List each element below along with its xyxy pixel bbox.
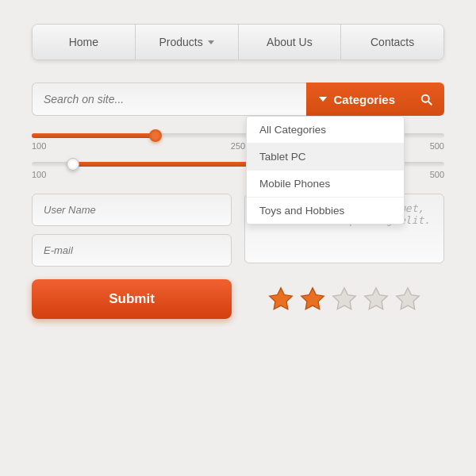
slider-1-mid: 250 xyxy=(231,141,245,151)
dropdown-item-toys[interactable]: Toys and Hobbies xyxy=(247,198,404,224)
svg-marker-0 xyxy=(270,288,292,309)
slider-1-fill xyxy=(32,133,155,138)
star-2[interactable] xyxy=(299,286,326,313)
nav-about[interactable]: About Us xyxy=(239,25,342,60)
categories-button[interactable]: Categories xyxy=(306,83,408,116)
products-chevron-icon xyxy=(208,40,214,44)
submit-label: Submit xyxy=(109,291,155,306)
svg-marker-4 xyxy=(397,288,419,309)
slider-1-min: 100 xyxy=(32,141,46,151)
bottom-section: Submit xyxy=(32,279,444,319)
slider-1-thumb[interactable] xyxy=(149,129,162,142)
dropdown-item-mobile[interactable]: Mobile Phones xyxy=(247,171,404,198)
stars-rating xyxy=(244,286,444,313)
categories-label: Categories xyxy=(333,93,395,106)
form-left xyxy=(32,194,232,267)
nav-contacts-label: Contacts xyxy=(370,36,414,48)
nav-about-label: About Us xyxy=(267,36,313,48)
dropdown-item-tablet[interactable]: Tablet PC xyxy=(247,144,404,171)
search-input[interactable] xyxy=(32,83,306,116)
dropdown-item-all[interactable]: All Categories xyxy=(247,117,404,144)
nav-bar: Home Products About Us Contacts xyxy=(0,24,476,60)
nav-products-label: Products xyxy=(159,36,203,48)
nav-contacts[interactable]: Contacts xyxy=(341,25,443,60)
svg-marker-2 xyxy=(333,288,355,309)
svg-marker-1 xyxy=(301,288,324,309)
username-input[interactable] xyxy=(32,194,232,226)
star-4[interactable] xyxy=(363,286,390,313)
nav-home-label: Home xyxy=(69,36,98,48)
submit-button[interactable]: Submit xyxy=(32,279,232,319)
slider-2-max: 500 xyxy=(430,170,444,179)
slider-2-min: 100 xyxy=(32,170,46,179)
nav-products[interactable]: Products xyxy=(136,25,239,60)
categories-chevron-icon xyxy=(319,97,327,102)
slider-1-max: 500 xyxy=(430,141,444,151)
star-5[interactable] xyxy=(394,286,421,313)
star-3[interactable] xyxy=(331,286,358,313)
search-button[interactable] xyxy=(408,83,444,116)
slider-2-thumb-left[interactable] xyxy=(67,158,79,171)
search-icon xyxy=(419,92,433,106)
search-area: Categories All Categories Tablet PC Mobi… xyxy=(32,83,444,116)
star-1[interactable] xyxy=(267,286,294,313)
svg-marker-3 xyxy=(365,288,387,309)
nav-home[interactable]: Home xyxy=(33,25,136,60)
email-input[interactable] xyxy=(32,234,232,267)
categories-dropdown: All Categories Tablet PC Mobile Phones T… xyxy=(246,116,405,225)
